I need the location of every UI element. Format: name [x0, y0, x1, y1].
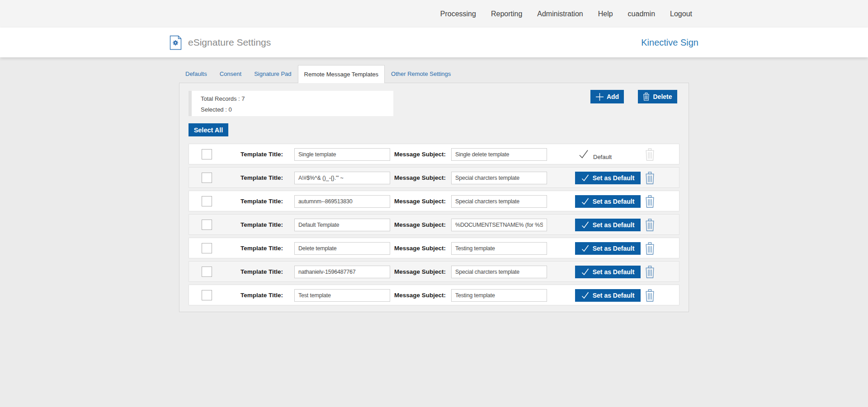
check-icon [581, 268, 589, 276]
template-title-input[interactable] [294, 219, 390, 231]
nav-item-processing[interactable]: Processing [440, 10, 476, 18]
nav-item-reporting[interactable]: Reporting [491, 10, 522, 18]
default-indicator: Default [579, 150, 612, 160]
content-panel: Total Records : 7 Selected : 0 Add Delet… [179, 83, 689, 312]
tab-remote-message-templates[interactable]: Remote Message Templates [298, 65, 385, 83]
message-subject-input[interactable] [451, 242, 547, 255]
template-title-input[interactable] [294, 289, 390, 302]
tab-defaults[interactable]: Defaults [179, 65, 213, 83]
top-nav-bar: ProcessingReportingAdministrationHelpcua… [0, 0, 868, 28]
page-title: eSignature Settings [188, 37, 271, 48]
tab-bar: DefaultsConsentSignature PadRemote Messa… [179, 65, 689, 83]
check-icon [579, 150, 589, 159]
message-subject-input[interactable] [451, 266, 547, 278]
app-header: eSignature Settings Kinective Sign [0, 28, 868, 57]
selected-count-text: Selected : 0 [201, 104, 393, 115]
set-as-default-button[interactable]: Set as Default [575, 266, 641, 278]
template-row: Template Title: Message Subject: Set as … [189, 238, 679, 258]
delete-row-icon[interactable] [645, 172, 655, 184]
template-title-input[interactable] [294, 242, 390, 255]
row-checkbox[interactable] [202, 173, 212, 183]
delete-row-icon[interactable] [645, 266, 655, 278]
row-checkbox[interactable] [202, 243, 212, 253]
set-as-default-button[interactable]: Set as Default [575, 195, 641, 208]
template-row: Template Title: Message Subject: Set as … [189, 261, 679, 282]
nav-item-logout[interactable]: Logout [670, 10, 692, 18]
message-subject-label: Message Subject: [387, 292, 446, 299]
set-as-default-button[interactable]: Set as Default [575, 172, 641, 184]
template-title-input[interactable] [294, 266, 390, 278]
template-title-input[interactable] [294, 172, 390, 184]
default-label: Default [593, 154, 612, 160]
trash-icon [643, 93, 650, 101]
message-subject-label: Message Subject: [387, 221, 446, 228]
nav-item-help[interactable]: Help [598, 10, 613, 18]
message-subject-input[interactable] [451, 172, 547, 184]
template-title-input[interactable] [294, 148, 390, 161]
delete-button[interactable]: Delete [638, 90, 677, 103]
template-title-label: Template Title: [238, 151, 283, 158]
nav-item-cuadmin[interactable]: cuadmin [628, 10, 655, 18]
set-as-default-button[interactable]: Set as Default [575, 289, 641, 302]
brand-name: Kinective Sign [641, 37, 698, 48]
template-title-label: Template Title: [238, 245, 283, 252]
message-subject-label: Message Subject: [387, 245, 446, 252]
set-as-default-button[interactable]: Set as Default [575, 242, 641, 255]
template-title-label: Template Title: [238, 174, 283, 181]
esignature-settings-icon [170, 35, 182, 50]
tab-consent[interactable]: Consent [213, 65, 248, 83]
delete-row-icon [645, 148, 655, 161]
check-icon [581, 245, 589, 252]
message-subject-input[interactable] [451, 148, 547, 161]
message-subject-input[interactable] [451, 219, 547, 231]
delete-row-icon[interactable] [645, 195, 655, 208]
template-row: Template Title: Message Subject: Set as … [189, 167, 679, 188]
template-title-input[interactable] [294, 195, 390, 208]
check-icon [581, 198, 589, 205]
row-checkbox[interactable] [202, 149, 212, 159]
tab-signature-pad[interactable]: Signature Pad [248, 65, 297, 83]
total-records-text: Total Records : 7 [201, 94, 393, 104]
row-checkbox[interactable] [202, 196, 212, 206]
template-row: Template Title: Message Subject: Set as … [189, 285, 679, 305]
template-title-label: Template Title: [238, 268, 283, 275]
tab-other-remote-settings[interactable]: Other Remote Settings [385, 65, 457, 83]
message-subject-input[interactable] [451, 195, 547, 208]
message-subject-label: Message Subject: [387, 151, 446, 158]
set-as-default-button[interactable]: Set as Default [575, 219, 641, 231]
check-icon [581, 174, 589, 182]
template-title-label: Template Title: [238, 198, 283, 205]
row-checkbox[interactable] [202, 267, 212, 277]
template-title-label: Template Title: [238, 221, 283, 228]
check-icon [581, 292, 589, 299]
message-subject-label: Message Subject: [387, 268, 446, 275]
delete-row-icon[interactable] [645, 242, 655, 255]
add-button[interactable]: Add [590, 90, 624, 103]
message-subject-label: Message Subject: [387, 198, 446, 205]
row-checkbox[interactable] [202, 220, 212, 230]
nav-item-administration[interactable]: Administration [537, 10, 583, 18]
check-icon [581, 221, 589, 229]
message-subject-label: Message Subject: [387, 174, 446, 181]
row-checkbox[interactable] [202, 290, 212, 300]
plus-icon [595, 93, 604, 101]
template-row: Template Title: Message Subject: Set as … [189, 191, 679, 211]
delete-row-icon[interactable] [645, 219, 655, 231]
select-all-button[interactable]: Select All [189, 123, 228, 136]
message-subject-input[interactable] [451, 289, 547, 302]
template-row: Template Title: Message Subject: Default [189, 144, 679, 164]
template-title-label: Template Title: [238, 292, 283, 299]
delete-row-icon[interactable] [645, 289, 655, 302]
template-row: Template Title: Message Subject: Set as … [189, 214, 679, 235]
summary-box: Total Records : 7 Selected : 0 [189, 91, 393, 116]
